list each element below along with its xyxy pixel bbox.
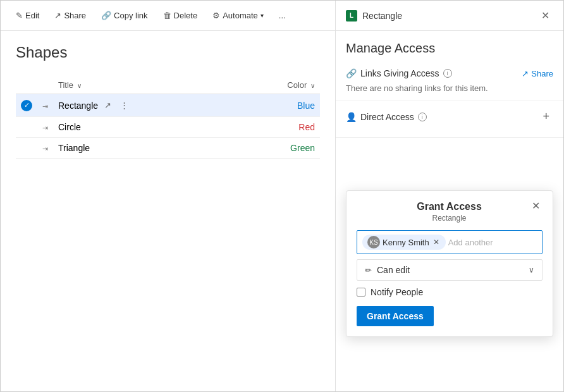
add-direct-access-button[interactable]: + bbox=[539, 109, 553, 125]
item-name: Triangle bbox=[58, 143, 90, 153]
panel-header-left: L Rectangle bbox=[346, 10, 402, 21]
col-title: Title ∨ bbox=[53, 77, 180, 94]
direct-access-title: Direct Access bbox=[360, 112, 414, 122]
person-icon: 👤 bbox=[346, 112, 357, 122]
manage-access-title: Manage Access bbox=[336, 31, 563, 61]
delete-icon: 🗑 bbox=[163, 11, 171, 20]
permission-select[interactable]: ✏ Can edit ∨ bbox=[357, 259, 543, 281]
more-button[interactable]: ... bbox=[274, 7, 291, 24]
notify-label: Notify People bbox=[371, 287, 423, 297]
avatar: KS bbox=[367, 236, 380, 248]
person-chip-name: Kenny Smith bbox=[383, 238, 429, 247]
permission-label: Can edit bbox=[377, 265, 410, 275]
pencil-icon: ✏ bbox=[365, 266, 372, 275]
row-check bbox=[16, 138, 37, 159]
direct-access-header: 👤 Direct Access i + bbox=[346, 109, 553, 125]
color-value[interactable]: Red bbox=[298, 122, 315, 132]
notify-row: Notify People bbox=[357, 287, 543, 297]
sort-icon-color: ∨ bbox=[310, 82, 315, 89]
notify-checkbox[interactable] bbox=[357, 288, 365, 297]
app-icon: L bbox=[346, 10, 357, 21]
color-value[interactable]: Green bbox=[290, 143, 315, 153]
copy-link-button[interactable]: 🔗 Copy link bbox=[96, 7, 152, 24]
row-spacer bbox=[180, 138, 230, 159]
direct-access-title-row: 👤 Direct Access i bbox=[346, 112, 427, 122]
edit-icon: ✎ bbox=[16, 11, 23, 20]
add-another-placeholder: Add another bbox=[448, 238, 493, 247]
share-link-icon: ↗ bbox=[522, 69, 529, 78]
row-item-icon: ⇥ bbox=[37, 117, 53, 138]
toolbar: ✎ Edit ↗ Share 🔗 Copy link 🗑 Delete ⚙ Au… bbox=[1, 1, 335, 31]
item-type-icon: ⇥ bbox=[42, 102, 48, 110]
right-panel: L Rectangle ✕ Manage Access 🔗 Links Givi… bbox=[336, 1, 563, 391]
share-icon: ↗ bbox=[54, 11, 61, 20]
row-more-button[interactable]: ⋮ bbox=[118, 99, 131, 111]
color-value[interactable]: Blue bbox=[297, 101, 315, 111]
item-type-icon: ⇥ bbox=[42, 124, 48, 132]
table-row[interactable]: ⇥TriangleGreen bbox=[16, 138, 320, 159]
no-links-text: There are no sharing links for this item… bbox=[346, 83, 553, 93]
row-spacer bbox=[180, 117, 230, 138]
share-link-button[interactable]: ↗ Share bbox=[522, 69, 553, 78]
item-name: Circle bbox=[58, 122, 81, 132]
panel-header: L Rectangle ✕ bbox=[336, 1, 563, 31]
row-name: Triangle bbox=[53, 138, 180, 159]
row-spacer bbox=[180, 94, 230, 117]
permission-select-left: ✏ Can edit bbox=[365, 265, 410, 275]
row-color: Blue bbox=[230, 94, 320, 117]
grant-card-titles: Grant Access Rectangle bbox=[369, 201, 529, 223]
item-type-icon: ⇥ bbox=[42, 145, 48, 152]
row-share-button[interactable]: ↗ bbox=[102, 99, 114, 111]
page-title: Shapes bbox=[16, 44, 320, 61]
grant-card-header: Grant Access Rectangle ✕ bbox=[357, 201, 543, 223]
item-actions: Rectangle↗⋮ bbox=[58, 99, 175, 111]
grant-access-card: Grant Access Rectangle ✕ KS Kenny Smith … bbox=[346, 190, 553, 337]
grant-access-button[interactable]: Grant Access bbox=[357, 306, 434, 326]
row-item-icon: ⇥ bbox=[37, 138, 53, 159]
chevron-down-icon: ∨ bbox=[529, 266, 534, 274]
share-button[interactable]: ↗ Share bbox=[49, 7, 91, 24]
person-chip: KS Kenny Smith ✕ bbox=[362, 235, 446, 250]
people-chips-input[interactable]: KS Kenny Smith ✕ Add another bbox=[357, 230, 543, 254]
link-icon: 🔗 bbox=[346, 68, 357, 78]
row-check: ✓ bbox=[16, 94, 37, 117]
row-name: Rectangle↗⋮ bbox=[53, 94, 180, 117]
grant-card-title: Grant Access bbox=[369, 201, 529, 212]
chip-remove-button[interactable]: ✕ bbox=[432, 238, 441, 246]
items-table: Title ∨ Color ∨ ✓⇥Rectangle↗⋮Blue⇥Circle… bbox=[16, 77, 320, 159]
row-item-icon: ⇥ bbox=[37, 94, 53, 117]
links-giving-access-section: 🔗 Links Giving Access i ↗ Share There ar… bbox=[336, 61, 563, 101]
direct-access-section: 👤 Direct Access i + bbox=[336, 101, 563, 138]
chevron-down-icon: ▾ bbox=[261, 12, 264, 19]
grant-card-subtitle: Rectangle bbox=[369, 214, 529, 223]
delete-button[interactable]: 🗑 Delete bbox=[158, 7, 203, 24]
edit-button[interactable]: ✎ Edit bbox=[11, 7, 44, 24]
grant-card-close-button[interactable]: ✕ bbox=[529, 201, 543, 211]
sort-icon: ∨ bbox=[77, 82, 82, 89]
row-color: Red bbox=[230, 117, 320, 138]
links-info-icon: i bbox=[443, 69, 452, 78]
direct-access-info-icon: i bbox=[418, 113, 427, 121]
table-row[interactable]: ✓⇥Rectangle↗⋮Blue bbox=[16, 94, 320, 117]
page-content: Shapes Title ∨ Color ∨ ✓ bbox=[1, 31, 335, 391]
row-check bbox=[16, 117, 37, 138]
links-section-title-row: 🔗 Links Giving Access i bbox=[346, 68, 452, 78]
links-section-title: Links Giving Access bbox=[360, 68, 439, 78]
automate-icon: ⚙ bbox=[212, 11, 220, 20]
left-panel: ✎ Edit ↗ Share 🔗 Copy link 🗑 Delete ⚙ Au… bbox=[1, 1, 336, 391]
panel-file-name: Rectangle bbox=[362, 11, 402, 21]
links-section-header: 🔗 Links Giving Access i ↗ Share bbox=[346, 68, 553, 78]
panel-close-button[interactable]: ✕ bbox=[537, 8, 553, 23]
item-name: Rectangle bbox=[58, 101, 98, 111]
table-row[interactable]: ⇥CircleRed bbox=[16, 117, 320, 138]
row-color: Green bbox=[230, 138, 320, 159]
checked-icon: ✓ bbox=[21, 100, 32, 111]
row-name: Circle bbox=[53, 117, 180, 138]
col-color: Color ∨ bbox=[230, 77, 320, 94]
copy-link-icon: 🔗 bbox=[101, 11, 111, 20]
automate-button[interactable]: ⚙ Automate ▾ bbox=[207, 7, 269, 24]
